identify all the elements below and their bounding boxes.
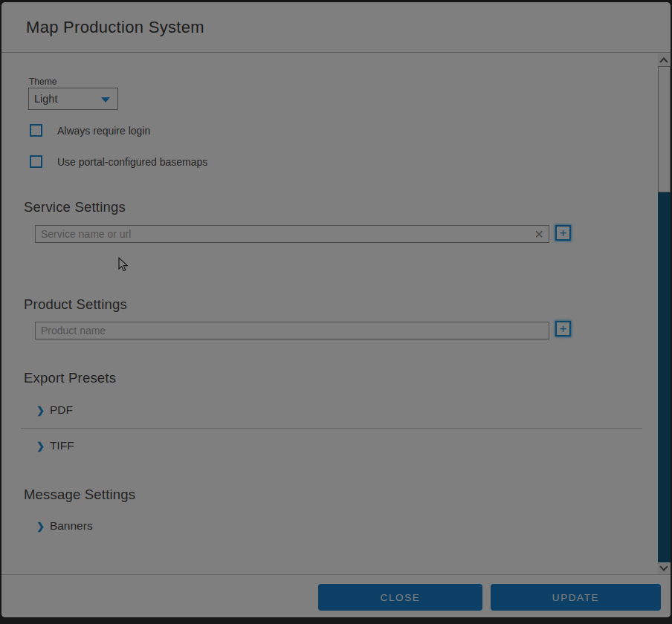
checkbox-label: Use portal-configured basemaps — [57, 156, 207, 168]
chevron-right-icon: ❯ — [36, 405, 45, 416]
scroll-down-button[interactable] — [658, 562, 671, 574]
expander-label: Banners — [50, 519, 93, 532]
expander-label: TIFF — [50, 439, 74, 452]
scroll-up-button[interactable] — [658, 53, 671, 66]
service-settings-heading: Service Settings — [24, 199, 126, 215]
map-production-dialog: Map Production System Theme Light Always… — [1, 2, 671, 617]
close-button[interactable]: CLOSE — [318, 584, 482, 611]
export-presets-heading: Export Presets — [24, 370, 116, 386]
chevron-right-icon: ❯ — [36, 441, 45, 452]
theme-selected-value: Light — [34, 93, 57, 105]
add-product-button[interactable]: + — [555, 321, 571, 337]
divider — [21, 428, 642, 429]
dialog-title: Map Production System — [26, 18, 204, 37]
add-service-button[interactable]: + — [555, 225, 571, 241]
chevron-down-icon — [101, 97, 110, 103]
portal-basemaps-checkbox[interactable] — [30, 155, 42, 168]
dialog-content: Theme Light Always require login Use por… — [1, 53, 671, 574]
chevron-right-icon: ❯ — [36, 521, 45, 532]
theme-label: Theme — [29, 77, 56, 87]
product-settings-heading: Product Settings — [24, 296, 127, 313]
always-require-login-checkbox[interactable] — [30, 124, 42, 137]
theme-select[interactable]: Light — [28, 88, 118, 110]
mouse-cursor-icon — [118, 257, 129, 273]
message-settings-heading: Message Settings — [24, 487, 135, 503]
product-name-input[interactable] — [35, 322, 549, 339]
expander-label: PDF — [50, 403, 73, 416]
service-name-input[interactable] — [35, 225, 549, 243]
expander-banners[interactable]: ❯Banners — [36, 519, 93, 534]
expander-tiff[interactable]: ❯TIFF — [36, 439, 74, 454]
dialog-footer: CLOSE UPDATE — [1, 574, 671, 617]
clear-icon[interactable]: × — [532, 225, 546, 243]
dialog-header: Map Production System — [1, 2, 671, 53]
expander-pdf[interactable]: ❯PDF — [36, 403, 73, 418]
vertical-scrollbar — [658, 53, 671, 574]
update-button[interactable]: UPDATE — [491, 584, 661, 611]
chevron-down-icon — [659, 562, 668, 571]
scrollbar-thumb[interactable] — [658, 66, 671, 192]
checkbox-label: Always require login — [57, 125, 150, 137]
chevron-up-icon — [659, 57, 668, 65]
scrollbar-track-fill[interactable] — [658, 192, 671, 562]
